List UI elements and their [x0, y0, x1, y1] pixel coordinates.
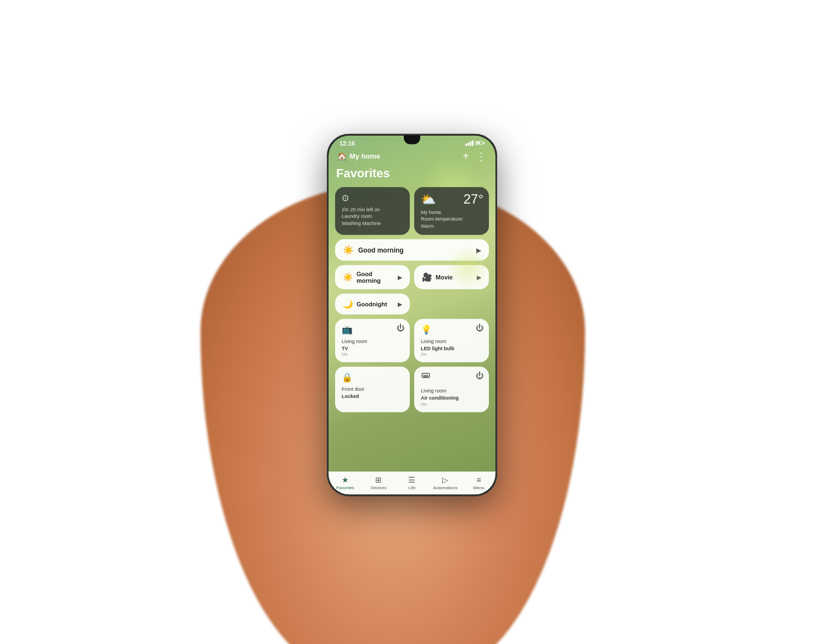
scene: 12:16: [0, 0, 824, 644]
section-title: Favorites: [335, 166, 489, 180]
devices-icon: ⊞: [375, 475, 382, 484]
battery-icon: [475, 141, 485, 145]
bottom-nav: ★ Favorites ⊞ Devices ☰ Life ▷ Automatio…: [329, 471, 495, 494]
tv-icon: 📺: [342, 324, 403, 335]
scenes-row: ☀️ Good morning ▶: [335, 239, 489, 261]
screen: 12:16: [329, 135, 495, 494]
nav-menu[interactable]: ≡ Menu: [462, 475, 495, 490]
washing-machine-label: 1hr 20 min left on Laundry room Washing …: [342, 206, 403, 227]
scene-goodnight[interactable]: 🌙 Goodnight ▶: [335, 294, 410, 315]
goodnight-inner: 🌙 Goodnight: [343, 299, 387, 309]
movie-inner: 🎥 Movie: [422, 272, 453, 282]
signal-icon: [465, 140, 474, 145]
scene-card-morning[interactable]: ☀️ Good morning ▶: [335, 239, 489, 261]
ac-icon: [421, 372, 482, 384]
add-button[interactable]: +: [463, 150, 469, 163]
washing-machine-icon: ⊙: [342, 192, 403, 203]
door-label: Front door Locked: [342, 386, 403, 400]
scene-morning-label: Good morning: [358, 247, 404, 254]
tv-power-btn[interactable]: ⏻: [397, 323, 404, 332]
favorites-label: Favorites: [336, 485, 354, 490]
scene-movie[interactable]: 🎥 Movie ▶: [414, 265, 489, 289]
scene-good-morning[interactable]: ☀️ Good morning ▶: [335, 265, 410, 289]
movie-label: Movie: [436, 274, 453, 281]
favorites-icon: ★: [342, 475, 349, 484]
scene-morning-icon: ☀️: [343, 245, 354, 255]
menu-label: Menu: [474, 485, 485, 490]
temperature-card[interactable]: ⛅ 27° My home Room temperature: Warm: [414, 187, 489, 235]
life-label: Life: [409, 485, 416, 490]
tv-card[interactable]: ⏻ 📺 Living room TV On: [335, 319, 410, 362]
ac-card[interactable]: ⏻ Living room Air conditioning: [414, 367, 489, 412]
phone-inner: 12:16: [329, 135, 495, 494]
automations-label: Automations: [433, 485, 458, 490]
temperature-value: 27°: [464, 191, 483, 206]
goodnight-label: Goodnight: [357, 301, 387, 307]
door-card[interactable]: 🔒 Front door Locked: [335, 367, 410, 412]
movie-play[interactable]: ▶: [477, 274, 481, 281]
scene-morning-play[interactable]: ▶: [476, 247, 481, 254]
device-cards-row2: 🔒 Front door Locked ⏻: [335, 367, 489, 412]
light-card[interactable]: ⏻ 💡 Living room LED light bulb On: [414, 319, 489, 362]
phone-shell: 12:16: [327, 133, 497, 496]
menu-icon: ≡: [477, 475, 481, 484]
movie-icon: 🎥: [422, 272, 432, 282]
morning-sun-icon: ☀️: [343, 272, 353, 282]
morning-play[interactable]: ▶: [398, 274, 402, 281]
tv-label: Living room TV On: [342, 338, 403, 357]
life-icon: ☰: [408, 475, 415, 484]
status-bar: 12:16: [329, 135, 495, 148]
nav-devices[interactable]: ⊞ Devices: [362, 475, 396, 490]
home-text: My home: [349, 152, 380, 160]
home-label: 🏠 My home: [337, 152, 380, 160]
light-power-btn[interactable]: ⏻: [476, 323, 483, 332]
ac-power-btn[interactable]: ⏻: [476, 371, 483, 380]
goodnight-play[interactable]: ▶: [398, 301, 402, 308]
ac-label: Living room Air conditioning On: [421, 388, 482, 406]
nav-favorites[interactable]: ★ Favorites: [329, 475, 362, 490]
top-actions: + ⋮: [463, 149, 487, 163]
goodnight-row: 🌙 Goodnight ▶: [335, 294, 489, 315]
scene-morning-left: ☀️ Good morning: [343, 245, 404, 255]
morning-inner: ☀️ Good morning: [343, 271, 396, 284]
device-cards-row1: ⏻ 📺 Living room TV On ⏻ 💡: [335, 319, 489, 362]
temperature-label: My home Room temperature: Warm: [421, 209, 482, 229]
home-icon: 🏠: [337, 152, 347, 160]
light-icon: 💡: [421, 324, 482, 335]
scroll-area: Favorites ⊙ 1hr 20 min left on Laundry r…: [329, 166, 495, 471]
status-icons: [465, 140, 485, 145]
light-label: Living room LED light bulb On: [421, 338, 482, 357]
devices-label: Devices: [371, 485, 386, 490]
more-button[interactable]: ⋮: [476, 149, 487, 163]
two-scene-row: ☀️ Good morning ▶ 🎥 Movie ▶: [335, 265, 489, 289]
washing-machine-card[interactable]: ⊙ 1hr 20 min left on Laundry room Washin…: [335, 187, 410, 235]
nav-automations[interactable]: ▷ Automations: [428, 475, 462, 490]
automations-icon: ▷: [442, 475, 448, 484]
nav-life[interactable]: ☰ Life: [396, 475, 429, 490]
info-cards-grid: ⊙ 1hr 20 min left on Laundry room Washin…: [335, 187, 489, 235]
time-display: 12:16: [339, 139, 355, 146]
goodnight-icon: 🌙: [343, 299, 353, 309]
door-icon: 🔒: [342, 372, 403, 383]
top-bar: 🏠 My home + ⋮: [329, 148, 495, 166]
morning-label: Good morning: [357, 271, 396, 284]
